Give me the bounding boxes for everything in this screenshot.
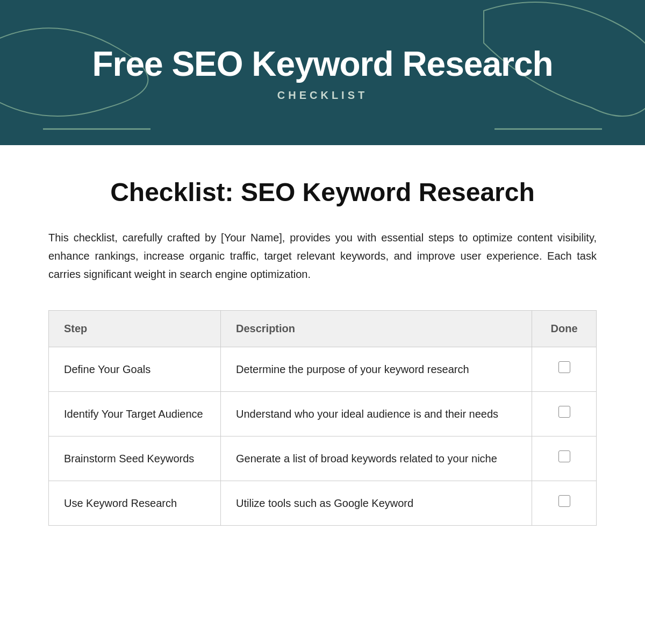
table-cell-step: Brainstorm Seed Keywords bbox=[49, 437, 221, 481]
page-header: Free SEO Keyword Research CHECKLIST bbox=[0, 0, 645, 145]
description-text: This checklist, carefully crafted by [Yo… bbox=[48, 228, 597, 283]
checklist-table: Step Description Done Define Your GoalsD… bbox=[48, 310, 597, 526]
table-cell-description: Generate a list of broad keywords relate… bbox=[221, 437, 532, 481]
table-header-row: Step Description Done bbox=[49, 311, 597, 347]
checkbox[interactable] bbox=[558, 406, 570, 418]
table-cell-step: Identify Your Target Audience bbox=[49, 392, 221, 437]
table-cell-step: Define Your Goals bbox=[49, 347, 221, 392]
checkbox[interactable] bbox=[558, 361, 570, 373]
column-header-done: Done bbox=[532, 311, 597, 347]
table-cell-done[interactable] bbox=[532, 392, 597, 437]
table-cell-description: Utilize tools such as Google Keyword bbox=[221, 481, 532, 526]
table-cell-done[interactable] bbox=[532, 437, 597, 481]
header-title: Free SEO Keyword Research bbox=[92, 44, 553, 84]
main-content: Checklist: SEO Keyword Research This che… bbox=[0, 145, 645, 558]
checkbox[interactable] bbox=[558, 495, 570, 507]
table-cell-description: Determine the purpose of your keyword re… bbox=[221, 347, 532, 392]
page-title: Checklist: SEO Keyword Research bbox=[48, 177, 597, 207]
table-cell-done[interactable] bbox=[532, 347, 597, 392]
table-cell-description: Understand who your ideal audience is an… bbox=[221, 392, 532, 437]
table-row: Use Keyword ResearchUtilize tools such a… bbox=[49, 481, 597, 526]
column-header-step: Step bbox=[49, 311, 221, 347]
table-cell-step: Use Keyword Research bbox=[49, 481, 221, 526]
header-subtitle: CHECKLIST bbox=[277, 89, 368, 102]
checkbox[interactable] bbox=[558, 450, 570, 462]
table-row: Identify Your Target AudienceUnderstand … bbox=[49, 392, 597, 437]
table-row: Define Your GoalsDetermine the purpose o… bbox=[49, 347, 597, 392]
table-cell-done[interactable] bbox=[532, 481, 597, 526]
table-row: Brainstorm Seed KeywordsGenerate a list … bbox=[49, 437, 597, 481]
column-header-description: Description bbox=[221, 311, 532, 347]
